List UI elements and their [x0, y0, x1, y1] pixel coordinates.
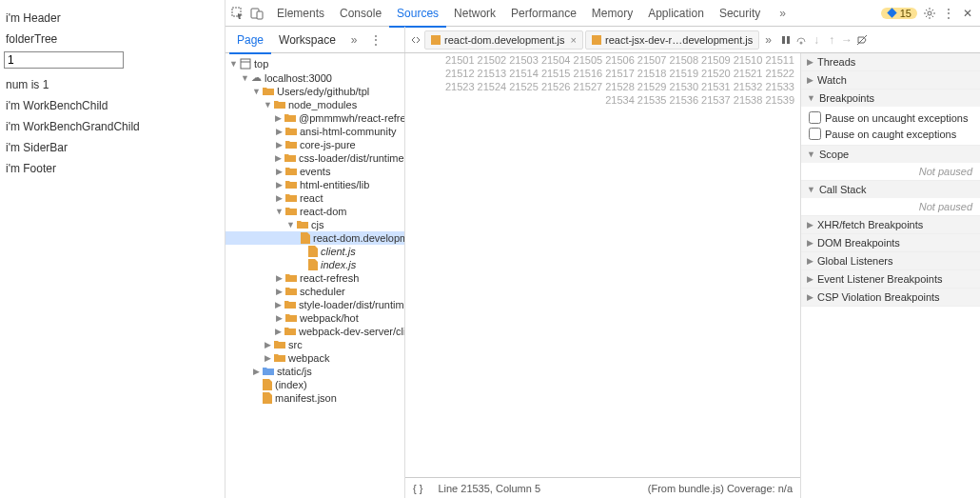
- tree-item[interactable]: client.js: [225, 245, 404, 258]
- tab-elements[interactable]: Elements: [269, 1, 332, 26]
- tree-item[interactable]: ▶core-js-pure: [225, 138, 404, 151]
- tab-memory[interactable]: Memory: [584, 1, 640, 26]
- folder-icon: [285, 127, 297, 136]
- tree-item[interactable]: ▼top: [225, 57, 404, 70]
- subtab-workspace[interactable]: Workspace: [271, 28, 343, 52]
- debug-step-icon[interactable]: →: [840, 33, 853, 47]
- tree-item-label: cjs: [311, 219, 323, 230]
- tree-item[interactable]: ▶html-entities/lib: [225, 178, 404, 191]
- tree-item[interactable]: ▶react: [225, 191, 404, 205]
- tab-security[interactable]: Security: [712, 1, 768, 26]
- filetab-label: react-jsx-dev-r…development.js: [605, 34, 753, 46]
- file-nav-icon[interactable]: [409, 33, 422, 47]
- scope-section[interactable]: ▼Scope: [801, 146, 980, 163]
- tab-sources[interactable]: Sources: [389, 1, 446, 28]
- global-listeners-section[interactable]: ▶Global Listeners: [801, 252, 980, 269]
- more-subtabs-icon[interactable]: »: [347, 33, 362, 47]
- tree-item[interactable]: ▼node_modules: [225, 98, 404, 111]
- folder-icon: [284, 327, 296, 336]
- tree-item[interactable]: ▼cjs: [225, 218, 404, 231]
- tree-item[interactable]: ▶webpack-dev-server/cli: [225, 325, 404, 338]
- tree-item[interactable]: ▶css-loader/dist/runtime: [225, 151, 404, 165]
- code-editor[interactable]: 21501 21502 21503 21504 21505 21506 2150…: [405, 53, 801, 498]
- tree-item[interactable]: ▼☁localhost:3000: [225, 70, 404, 85]
- pause-uncaught-checkbox[interactable]: Pause on uncaught exceptions: [809, 110, 972, 126]
- tab-console[interactable]: Console: [332, 1, 389, 26]
- debug-step-over-icon[interactable]: [794, 33, 808, 47]
- kebab-menu-icon[interactable]: ⋮: [942, 7, 955, 20]
- tree-item[interactable]: ▶react-refresh: [225, 271, 404, 285]
- filetab[interactable]: react-dom.development.js×: [424, 30, 583, 50]
- device-toggle-icon[interactable]: [250, 7, 264, 20]
- breakpoints-section[interactable]: ▼Breakpoints: [801, 90, 980, 107]
- file-icon: [308, 259, 318, 270]
- svg-rect-3: [887, 8, 896, 17]
- filetab[interactable]: react-jsx-dev-r…development.js: [585, 30, 759, 50]
- tree-item-label: top: [254, 58, 268, 70]
- disclosure-icon: ▶: [275, 327, 282, 336]
- svg-point-4: [928, 11, 931, 15]
- tree-item[interactable]: ▶@pmmmwh/react-refres: [225, 111, 404, 125]
- tab-network[interactable]: Network: [446, 1, 503, 26]
- tree-item[interactable]: ▼Users/edy/github/tpl: [225, 85, 404, 98]
- tree-item[interactable]: ▶ansi-html-community: [225, 125, 404, 138]
- more-tabs-icon[interactable]: »: [774, 7, 792, 20]
- more-filetabs-icon[interactable]: »: [761, 33, 775, 47]
- tree-item[interactable]: ▶webpack/hot: [225, 311, 404, 325]
- tree-item[interactable]: ▶src: [225, 338, 404, 351]
- tab-performance[interactable]: Performance: [503, 1, 584, 26]
- debug-step-into-icon[interactable]: ↓: [810, 33, 823, 47]
- tab-application[interactable]: Application: [640, 1, 712, 26]
- scope-not-paused: Not paused: [801, 163, 980, 180]
- tree-item[interactable]: react-dom.developm: [225, 231, 404, 245]
- tree-item[interactable]: ▶static/js: [225, 365, 404, 378]
- tree-item[interactable]: ▶events: [225, 165, 404, 178]
- xhr-breakpoints-section[interactable]: ▶XHR/fetch Breakpoints: [801, 216, 980, 233]
- threads-section[interactable]: ▶Threads: [801, 53, 980, 70]
- disclosure-icon: ▼: [286, 220, 294, 229]
- tree-item[interactable]: ▶scheduler: [225, 285, 404, 298]
- tree-item-label: @pmmmwh/react-refres: [299, 112, 405, 124]
- close-icon[interactable]: ×: [571, 34, 577, 46]
- tree-item-label: css-loader/dist/runtime: [299, 152, 404, 164]
- issues-count: 15: [900, 8, 911, 19]
- settings-icon[interactable]: [923, 7, 936, 20]
- disclosure-icon: ▶: [275, 167, 283, 176]
- tree-item-label: (index): [275, 379, 307, 390]
- disclosure-icon: ▶: [264, 340, 271, 349]
- callstack-section[interactable]: ▼Call Stack: [801, 181, 980, 198]
- file-tree[interactable]: ▼top▼☁localhost:3000▼Users/edy/github/tp…: [225, 53, 405, 498]
- tree-item[interactable]: index.js: [225, 258, 404, 271]
- tree-item[interactable]: ▶webpack: [225, 351, 404, 365]
- subpanel-menu-icon[interactable]: ⋮: [369, 33, 382, 47]
- svg-point-9: [799, 41, 802, 44]
- event-listener-bp-section[interactable]: ▶Event Listener Breakpoints: [801, 270, 980, 288]
- pause-caught-checkbox[interactable]: Pause on caught exceptions: [809, 126, 972, 142]
- debug-pause-icon[interactable]: [779, 33, 793, 47]
- disclosure-icon: ▶: [275, 153, 282, 163]
- folder-icon: [274, 353, 285, 363]
- folder-icon: [285, 180, 297, 189]
- tree-item[interactable]: ▼react-dom: [225, 205, 404, 218]
- tree-item[interactable]: manifest.json: [225, 391, 404, 405]
- disclosure-icon: ▼: [252, 87, 260, 96]
- app-preview-pane: i'm Header folderTree num is 1 i'm WorkB…: [0, 0, 225, 498]
- inspect-icon[interactable]: [231, 7, 245, 20]
- tree-item-label: style-loader/dist/runtim: [299, 299, 404, 310]
- braces-icon[interactable]: { }: [413, 483, 422, 494]
- tree-item-label: html-entities/lib: [300, 179, 369, 190]
- dom-breakpoints-section[interactable]: ▶DOM Breakpoints: [801, 234, 980, 251]
- csp-violation-bp-section[interactable]: ▶CSP Violation Breakpoints: [801, 289, 980, 306]
- debug-step-out-icon[interactable]: ↑: [825, 33, 838, 47]
- close-devtools-icon[interactable]: ✕: [961, 7, 974, 20]
- tree-item-label: src: [288, 339, 303, 350]
- tree-item[interactable]: (index): [225, 378, 404, 391]
- subtab-page[interactable]: Page: [229, 28, 271, 54]
- deactivate-breakpoints-icon[interactable]: [855, 33, 869, 47]
- watch-section[interactable]: ▶Watch: [801, 71, 980, 89]
- tree-item-label: core-js-pure: [300, 139, 356, 150]
- folder-icon: [285, 287, 297, 296]
- tree-item[interactable]: ▶style-loader/dist/runtim: [225, 298, 404, 311]
- issues-badge[interactable]: 15: [881, 8, 917, 19]
- app-number-input[interactable]: [4, 51, 124, 69]
